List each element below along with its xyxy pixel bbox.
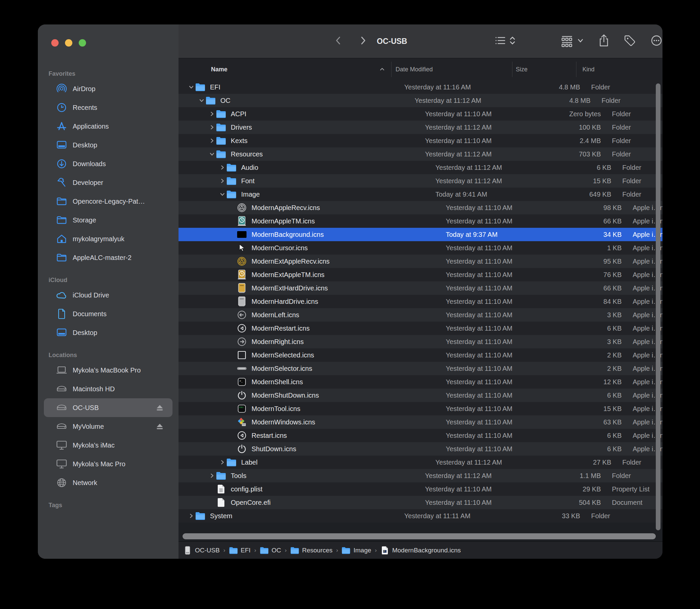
column-header-date-modified[interactable]: Date Modified — [396, 58, 433, 81]
sidebar-item-applications[interactable]: Applications — [44, 117, 173, 136]
close-button[interactable] — [51, 39, 58, 47]
tool-icon: EXEC — [237, 403, 247, 414]
disclosure-closed-icon[interactable] — [208, 111, 216, 117]
path-item-oc[interactable]: OC — [260, 546, 281, 555]
table-row[interactable]: ModernRestart.icnsYesterday at 11:10 AM6… — [178, 321, 663, 335]
sidebar-item-icloud-drive[interactable]: iCloud Drive — [44, 286, 173, 304]
column-divider[interactable] — [576, 62, 576, 77]
disclosure-open-icon[interactable] — [187, 84, 195, 90]
table-row[interactable]: ModernBackground.icnsToday at 9:37 AM34 … — [178, 228, 663, 241]
table-row[interactable]: ModernRight.icnsYesterday at 11:10 AM3 K… — [178, 335, 663, 348]
table-row[interactable]: Restart.icnsYesterday at 11:10 AM6 KBApp… — [178, 429, 663, 442]
disclosure-closed-icon[interactable] — [208, 473, 216, 478]
disclosure-closed-icon[interactable] — [218, 178, 226, 184]
sidebar-item-opencore-legacy-pat[interactable]: Opencore-Legacy-Pat… — [44, 192, 173, 211]
disclosure-closed-icon[interactable] — [187, 513, 195, 519]
column-header-name[interactable]: Name — [211, 58, 227, 81]
sidebar-item-mykola-s-imac[interactable]: Mykola’s iMac — [44, 436, 173, 455]
disclosure-closed-icon[interactable] — [208, 138, 216, 143]
view-options-button[interactable] — [494, 24, 516, 58]
share-button[interactable] — [598, 24, 610, 58]
path-item-resources[interactable]: Resources — [291, 546, 333, 555]
path-item-efi[interactable]: EFI — [229, 546, 251, 555]
table-row[interactable]: ToolsYesterday at 11:12 AM1.1 MBFolder — [178, 469, 663, 482]
forward-button[interactable] — [358, 24, 368, 58]
table-row[interactable]: KextsYesterday at 11:10 AM2.4 MBFolder — [178, 134, 663, 147]
path-item-modernbackground-icns[interactable]: ModernBackground.icns — [381, 546, 461, 555]
path-item-oc-usb[interactable]: OC-USB — [183, 546, 220, 555]
disclosure-closed-icon[interactable] — [218, 459, 226, 465]
desktop-icon — [56, 139, 67, 151]
file-size: 29 KB — [542, 485, 606, 493]
table-row[interactable]: ShutDown.icnsYesterday at 11:10 AM6 KBAp… — [178, 442, 663, 456]
table-row[interactable]: ModernShutDown.icnsYesterday at 11:10 AM… — [178, 388, 663, 402]
path-item-image[interactable]: Image — [342, 546, 371, 555]
table-row[interactable]: ModernHardDrive.icnsYesterday at 11:10 A… — [178, 295, 663, 308]
table-row[interactable]: OCYesterday at 11:12 AM4.8 MBFolder — [178, 94, 663, 107]
sidebar-item-desktop[interactable]: Desktop — [44, 136, 173, 154]
back-button[interactable] — [333, 24, 343, 58]
horizontal-scrollbar[interactable] — [182, 533, 656, 539]
sidebar-item-recents[interactable]: Recents — [44, 98, 173, 117]
table-row[interactable]: OpenCore.efiYesterday at 11:10 AM504 KBD… — [178, 496, 663, 509]
table-row[interactable]: ModernWindows.icnsYesterday at 11:10 AM6… — [178, 415, 663, 429]
more-actions-button[interactable] — [650, 24, 663, 58]
disclosure-open-icon[interactable] — [198, 98, 206, 103]
table-row[interactable]: DriversYesterday at 11:12 AM100 KBFolder — [178, 121, 663, 134]
table-row[interactable]: AudioYesterday at 11:12 AM6 KBFolder — [178, 161, 663, 174]
vertical-scrollbar[interactable] — [656, 83, 661, 530]
sidebar-item-mykola-s-mac-pro[interactable]: Mykola’s Mac Pro — [44, 455, 173, 473]
table-row[interactable]: EXECModernTool.icnsYesterday at 11:10 AM… — [178, 402, 663, 415]
sidebar-item-mykola-s-macbook-pro[interactable]: Mykola’s MacBook Pro — [44, 361, 173, 380]
table-row[interactable]: config.plistYesterday at 11:10 AM29 KBPr… — [178, 482, 663, 496]
file-kind: Folder — [606, 137, 663, 145]
file-name-cell: ModernExtAppleRecv.icns — [178, 256, 441, 267]
column-divider[interactable] — [391, 62, 391, 77]
disclosure-closed-icon[interactable] — [218, 165, 226, 170]
sidebar-item-myvolume[interactable]: MyVolume — [44, 417, 173, 436]
svg-text:>_: >_ — [240, 380, 243, 383]
sidebar-item-oc-usb[interactable]: OC-USB — [44, 398, 173, 417]
sidebar-item-developer[interactable]: Developer — [44, 173, 173, 192]
table-row[interactable]: ImageToday at 9:41 AM649 KBFolder — [178, 188, 663, 201]
sidebar-item-desktop[interactable]: Desktop — [44, 323, 173, 342]
sidebar-item-downloads[interactable]: Downloads — [44, 154, 173, 173]
table-row[interactable]: FontYesterday at 11:12 AM15 KBFolder — [178, 174, 663, 188]
table-row[interactable]: ACPIYesterday at 11:10 AMZero bytesFolde… — [178, 107, 663, 121]
table-row[interactable]: ModernAppleTM.icnsYesterday at 11:10 AM6… — [178, 214, 663, 228]
sidebar-item-storage[interactable]: Storage — [44, 211, 173, 229]
sidebar-item-applealc-master-2[interactable]: AppleALC-master-2 — [44, 248, 173, 267]
table-row[interactable]: EFIYesterday at 11:16 AM4.8 MBFolder — [178, 81, 663, 94]
table-row[interactable]: ModernAppleRecv.icnsYesterday at 11:10 A… — [178, 201, 663, 214]
sidebar-item-macintosh-hd[interactable]: Macintosh HD — [44, 380, 173, 398]
column-header-kind[interactable]: Kind — [582, 58, 595, 81]
table-row[interactable]: ModernCursor.icnsYesterday at 11:10 AM1 … — [178, 241, 663, 255]
minimize-button[interactable] — [65, 39, 72, 47]
disclosure-closed-icon[interactable] — [208, 125, 216, 130]
table-row[interactable]: ModernExtAppleRecv.icnsYesterday at 11:1… — [178, 255, 663, 268]
circle-left-icon — [237, 309, 247, 320]
table-row[interactable]: SystemYesterday at 11:11 AM33 KBFolder — [178, 509, 663, 523]
sidebar-item-airdrop[interactable]: AirDrop — [44, 80, 173, 98]
table-row[interactable]: ModernLeft.icnsYesterday at 11:10 AM3 KB… — [178, 308, 663, 321]
sidebar-item-network[interactable]: Network — [44, 473, 173, 492]
group-by-button[interactable] — [560, 24, 584, 58]
column-header-size[interactable]: Size — [516, 58, 527, 81]
sidebar-item-documents[interactable]: Documents — [44, 304, 173, 323]
table-row[interactable]: LabelYesterday at 11:12 AM27 KBFolder — [178, 456, 663, 469]
eject-icon[interactable] — [156, 398, 164, 417]
table-row[interactable]: ModernSelector.icnsYesterday at 11:10 AM… — [178, 362, 663, 375]
table-row[interactable]: >_ModernShell.icnsYesterday at 11:10 AM1… — [178, 375, 663, 388]
eject-icon[interactable] — [156, 417, 164, 436]
sidebar-item-mykolagrymalyuk[interactable]: mykolagrymalyuk — [44, 229, 173, 248]
table-row[interactable]: ResourcesYesterday at 11:12 AM703 KBFold… — [178, 147, 663, 161]
disclosure-open-icon[interactable] — [218, 192, 226, 197]
tag-button[interactable] — [623, 24, 636, 58]
table-row[interactable]: ModernSelected.icnsYesterday at 11:10 AM… — [178, 348, 663, 362]
table-row[interactable]: ModernExtHardDrive.icnsYesterday at 11:1… — [178, 281, 663, 295]
zoom-button[interactable] — [79, 39, 86, 47]
column-divider[interactable] — [512, 62, 512, 77]
file-size: 2 KB — [562, 351, 626, 359]
disclosure-open-icon[interactable] — [208, 152, 216, 157]
table-row[interactable]: ModernExtAppleTM.icnsYesterday at 11:10 … — [178, 268, 663, 281]
